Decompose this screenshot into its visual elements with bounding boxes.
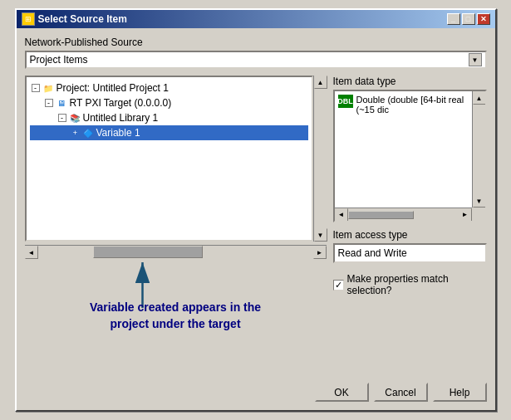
data-scrollbar-v[interactable]: ▲ ▼ (472, 91, 485, 208)
scroll-track-horizontal (39, 246, 312, 258)
data-scroll-up[interactable]: ▲ (473, 91, 486, 105)
buttons-row: OK Cancel Help (25, 383, 487, 402)
target-icon: 🖥 (55, 96, 68, 110)
access-type-section: Item access type Read and Write (333, 229, 487, 263)
tree-item-project-label: Project: Untitled Project 1 (57, 82, 169, 94)
minimize-button[interactable]: _ (447, 13, 460, 25)
library-icon: 📚 (68, 111, 81, 125)
tree-item-target[interactable]: - 🖥 RT PXI Target (0.0.0.0) (30, 95, 308, 110)
expand-icon-target[interactable]: - (45, 99, 53, 107)
match-properties-checkbox[interactable]: ✓ (333, 280, 344, 291)
data-scroll-down[interactable]: ▼ (473, 194, 486, 208)
checkbox-label: Make properties match selection? (347, 273, 487, 296)
expand-icon-project[interactable]: - (32, 84, 40, 92)
main-area: - 📁 Project: Untitled Project 1 - 🖥 (25, 76, 487, 374)
tree-scrollbar-vertical[interactable]: ▲ ▼ (313, 76, 327, 242)
window-title: Select Source Item (38, 13, 127, 25)
scroll-up-button[interactable]: ▲ (314, 76, 327, 89)
tree-container[interactable]: - 📁 Project: Untitled Project 1 - 🖥 (25, 76, 313, 242)
data-type-text: Double (double [64-bit real (~15 dic (356, 95, 482, 115)
combo-arrow-icon[interactable]: ▼ (469, 53, 482, 66)
tree-item-target-label: RT PXI Target (0.0.0.0) (70, 97, 172, 109)
item-data-box: DBL Double (double [64-bit real (~15 dic… (333, 90, 487, 222)
scroll-right-button[interactable]: ► (313, 246, 327, 259)
data-scroll-right[interactable]: ► (459, 208, 472, 222)
tree-item-library[interactable]: - 📚 Untitled Library 1 (30, 110, 308, 125)
annotation-text: Variable created appears in theproject u… (90, 300, 261, 332)
right-panel: Item data type DBL Double (double [64-bi… (333, 76, 487, 374)
scroll-left-button[interactable]: ◄ (25, 246, 38, 259)
tree-item-variable-label: Variable 1 (96, 127, 140, 139)
tree-scrollbar-horizontal[interactable]: ◄ ► (25, 245, 327, 258)
source-combo-value: Project Items (30, 54, 88, 66)
tree-main: - 📁 Project: Untitled Project 1 - 🖥 (25, 76, 313, 245)
scroll-thumb-horizontal[interactable] (93, 246, 203, 258)
data-type-icon: DBL (338, 95, 353, 108)
data-scroll-thumb-h[interactable] (348, 211, 415, 219)
expand-icon-library[interactable]: - (58, 114, 66, 122)
item-data-section: Item data type DBL Double (double [64-bi… (333, 76, 487, 222)
title-bar: ⊞ Select Source Item _ □ ✕ (17, 10, 495, 28)
maximize-button[interactable]: □ (462, 13, 475, 25)
title-buttons: _ □ ✕ (447, 13, 490, 25)
access-type-label: Item access type (333, 229, 487, 241)
variable-icon: 🔷 (81, 126, 95, 139)
scroll-down-button[interactable]: ▼ (314, 228, 327, 242)
item-data-label: Item data type (333, 76, 487, 87)
tree-item-variable[interactable]: + 🔷 Variable 1 (30, 125, 308, 140)
access-type-value: Read and Write (333, 243, 487, 263)
ok-button[interactable]: OK (315, 383, 369, 402)
data-scroll-corner (472, 208, 485, 221)
item-data-content: DBL Double (double [64-bit real (~15 dic (335, 91, 485, 118)
window-icon: ⊞ (22, 12, 35, 26)
data-scrollbar-h[interactable]: ◄ ► (335, 208, 472, 221)
source-label: Network-Published Source (25, 37, 487, 48)
project-icon: 📁 (42, 81, 55, 95)
tree-content: - 📁 Project: Untitled Project 1 - 🖥 (27, 77, 312, 144)
dialog-content: Network-Published Source Project Items ▼ (17, 28, 495, 410)
data-scroll-track-h (348, 211, 459, 219)
checkbox-row[interactable]: ✓ Make properties match selection? (333, 273, 487, 296)
scroll-track-vertical (314, 89, 327, 228)
title-bar-left: ⊞ Select Source Item (22, 12, 127, 26)
left-panel: - 📁 Project: Untitled Project 1 - 🖥 (25, 76, 327, 374)
source-combo[interactable]: Project Items ▼ (25, 51, 487, 69)
tree-item-library-label: Untitled Library 1 (83, 112, 159, 124)
tree-inner: - 📁 Project: Untitled Project 1 - 🖥 (25, 76, 327, 245)
tree-wrapper: - 📁 Project: Untitled Project 1 - 🖥 (25, 76, 327, 258)
help-button[interactable]: Help (433, 383, 487, 402)
cancel-button[interactable]: Cancel (374, 383, 428, 402)
annotation-area: Variable created appears in theproject u… (25, 258, 327, 374)
data-scroll-left[interactable]: ◄ (335, 208, 348, 222)
tree-item-project[interactable]: - 📁 Project: Untitled Project 1 (30, 81, 308, 95)
expand-icon-variable[interactable]: + (71, 129, 80, 137)
main-window: ⊞ Select Source Item _ □ ✕ Network-Publi… (15, 8, 497, 412)
close-button[interactable]: ✕ (477, 13, 490, 25)
